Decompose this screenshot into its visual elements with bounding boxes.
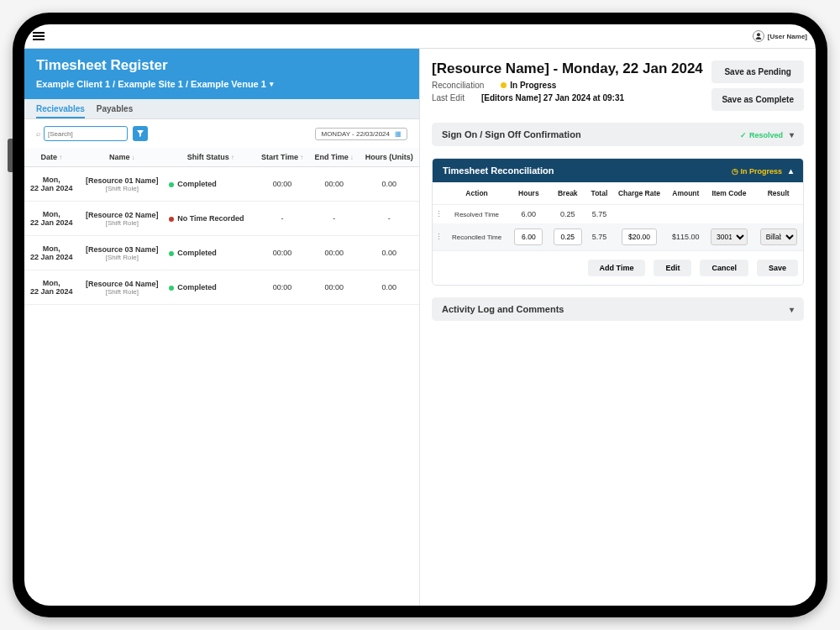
lastedit-label: Last Edit bbox=[432, 93, 465, 102]
panel-signon-header[interactable]: Sign On / Sign Off Confirmation ✓ Resolv… bbox=[432, 123, 804, 146]
break-input[interactable] bbox=[554, 228, 582, 245]
search-input[interactable] bbox=[44, 126, 128, 141]
result-select[interactable]: Billable bbox=[760, 228, 797, 245]
calendar-icon: ▦ bbox=[395, 130, 402, 138]
svg-point-0 bbox=[757, 33, 760, 36]
left-pane: Timesheet Register Example Client 1 / Ex… bbox=[24, 49, 420, 606]
recon-actions: Add Time Edit Cancel Save bbox=[433, 250, 803, 285]
rate-input[interactable] bbox=[622, 228, 657, 245]
date-picker[interactable]: MONDAY - 22/03/2024 ▦ bbox=[315, 128, 407, 140]
tab-bar: Recievables Payables bbox=[24, 99, 419, 119]
page-header: Timesheet Register Example Client 1 / Ex… bbox=[24, 49, 419, 99]
col-hours[interactable]: Hours (Units) bbox=[360, 148, 419, 167]
chevron-down-icon: ▾ bbox=[270, 80, 274, 88]
filter-icon[interactable] bbox=[133, 126, 148, 141]
panel-activity-header[interactable]: Activity Log and Comments ▾ bbox=[432, 297, 804, 321]
panel-signon: Sign On / Sign Off Confirmation ✓ Resolv… bbox=[432, 123, 804, 146]
save-complete-button[interactable]: Save as Complete bbox=[711, 88, 804, 111]
breadcrumb[interactable]: Example Client 1 / Example Site 1 / Exam… bbox=[36, 79, 407, 89]
user-chip[interactable]: [User Name] bbox=[753, 30, 807, 42]
search-icon: ⌕ bbox=[36, 129, 40, 138]
detail-pane: [Resource Name] - Monday, 22 Jan 2024 Re… bbox=[420, 49, 816, 606]
edit-button[interactable]: Edit bbox=[654, 260, 691, 276]
inprogress-badge: ◷ In Progress bbox=[732, 167, 782, 176]
drag-handle-icon[interactable]: ⋮ bbox=[435, 233, 443, 241]
chevron-down-icon: ▾ bbox=[790, 130, 794, 139]
col-date[interactable]: Date↑ bbox=[24, 148, 78, 167]
tab-payables[interactable]: Payables bbox=[97, 104, 133, 118]
table-row[interactable]: Mon,22 Jan 2024[Resource 04 Name][Shift … bbox=[24, 270, 419, 305]
screen: [User Name] Timesheet Register Example C… bbox=[24, 24, 816, 606]
save-button[interactable]: Save bbox=[757, 260, 798, 276]
tablet-frame: [User Name] Timesheet Register Example C… bbox=[13, 13, 827, 617]
drag-handle-icon[interactable]: ⋮ bbox=[435, 210, 443, 218]
menu-icon[interactable] bbox=[33, 30, 45, 42]
lastedit-value: [Editors Name] 27 Jan 2024 at 09:31 bbox=[481, 93, 624, 102]
status-dot-icon bbox=[501, 82, 507, 88]
tab-receivables[interactable]: Recievables bbox=[36, 104, 85, 118]
table-row[interactable]: Mon,22 Jan 2024[Resource 02 Name][Shift … bbox=[24, 202, 419, 236]
chevron-down-icon: ▾ bbox=[790, 305, 794, 314]
chevron-up-icon: ▴ bbox=[789, 166, 793, 176]
col-name[interactable]: Name↓ bbox=[78, 148, 165, 167]
save-pending-button[interactable]: Save as Pending bbox=[711, 60, 804, 83]
panel-reconciliation: Timesheet Reconciliation ◷ In Progress▴ … bbox=[432, 158, 804, 286]
rec-row-reconciled: ⋮ Reconciled Time 5.75 $115.00 3001 Bill… bbox=[433, 223, 803, 250]
top-bar: [User Name] bbox=[24, 24, 816, 48]
toolbar: ⌕ MONDAY - 22/03/2024 ▦ bbox=[24, 119, 419, 148]
table-row[interactable]: Mon,22 Jan 2024[Resource 03 Name][Shift … bbox=[24, 236, 419, 270]
detail-title: [Resource Name] - Monday, 22 Jan 2024 bbox=[432, 60, 703, 77]
hours-input[interactable] bbox=[514, 228, 543, 245]
page-title: Timesheet Register bbox=[36, 57, 407, 74]
item-code-select[interactable]: 3001 bbox=[711, 228, 748, 245]
add-time-button[interactable]: Add Time bbox=[588, 260, 646, 276]
col-status[interactable]: Shift Status↑ bbox=[165, 148, 255, 167]
col-start[interactable]: Start Time↑ bbox=[255, 148, 309, 167]
reconciliation-table: Action Hours Break Total Charge Rate Amo… bbox=[433, 182, 803, 250]
panel-activity: Activity Log and Comments ▾ bbox=[432, 297, 804, 321]
panel-recon-header[interactable]: Timesheet Reconciliation ◷ In Progress▴ bbox=[433, 159, 803, 182]
timesheet-table: Date↑ Name↓ Shift Status↑ Start Time↑ En… bbox=[24, 148, 419, 305]
cancel-button[interactable]: Cancel bbox=[700, 260, 748, 276]
rec-row-resolved: ⋮ Resolved Time 6.00 0.25 5.75 bbox=[433, 205, 803, 224]
table-row[interactable]: Mon,22 Jan 2024[Resource 01 Name][Shift … bbox=[24, 167, 419, 202]
resolved-badge: ✓ Resolved bbox=[740, 131, 783, 139]
user-name: [User Name] bbox=[768, 33, 807, 40]
avatar-icon bbox=[753, 30, 764, 42]
col-end[interactable]: End Time↓ bbox=[309, 148, 360, 167]
recon-label: Reconciliation bbox=[432, 81, 484, 90]
